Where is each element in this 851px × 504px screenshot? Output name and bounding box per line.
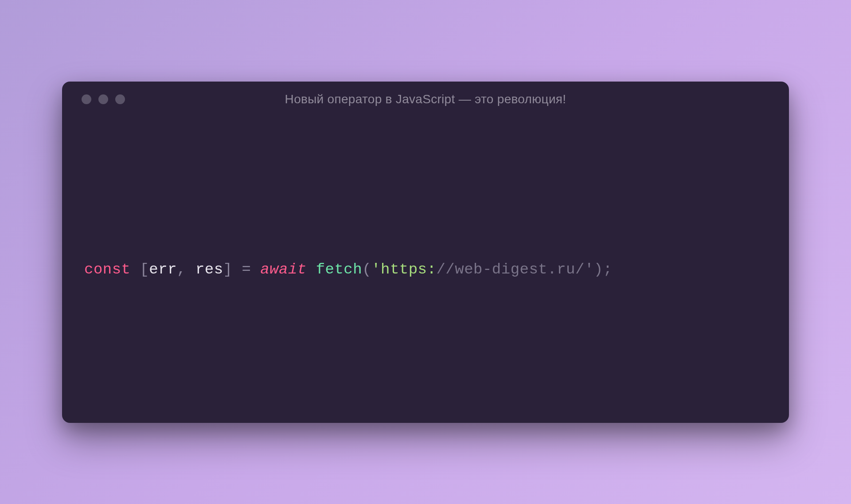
function-fetch: fetch — [316, 261, 363, 278]
code-window: Новый оператор в JavaScript — это револю… — [62, 82, 789, 423]
window-titlebar: Новый оператор в JavaScript — это револю… — [62, 82, 789, 117]
maximize-button[interactable] — [115, 94, 125, 104]
string-url-rest: //web-digest.ru/ — [436, 261, 584, 278]
code-editor[interactable]: const [err, res] = await fetch('https://… — [62, 117, 789, 423]
paren-close: ) — [594, 261, 603, 278]
string-quote-close: ' — [585, 261, 594, 278]
semicolon: ; — [603, 261, 613, 278]
bracket-open: [ — [140, 261, 149, 278]
minimize-button[interactable] — [98, 94, 108, 104]
string-protocol: https: — [381, 261, 436, 278]
identifier-res: res — [195, 261, 223, 278]
window-title: Новый оператор в JavaScript — это револю… — [80, 92, 771, 106]
close-button[interactable] — [82, 94, 91, 104]
window-controls — [82, 94, 125, 104]
comma: , — [177, 261, 186, 278]
equals-operator: = — [242, 261, 251, 278]
bracket-close: ] — [223, 261, 233, 278]
keyword-await: await — [260, 261, 307, 278]
keyword-const: const — [84, 261, 131, 278]
identifier-err: err — [149, 261, 177, 278]
code-line: const [err, res] = await fetch('https://… — [84, 258, 613, 281]
paren-open: ( — [362, 261, 371, 278]
string-quote-open: ' — [371, 261, 381, 278]
